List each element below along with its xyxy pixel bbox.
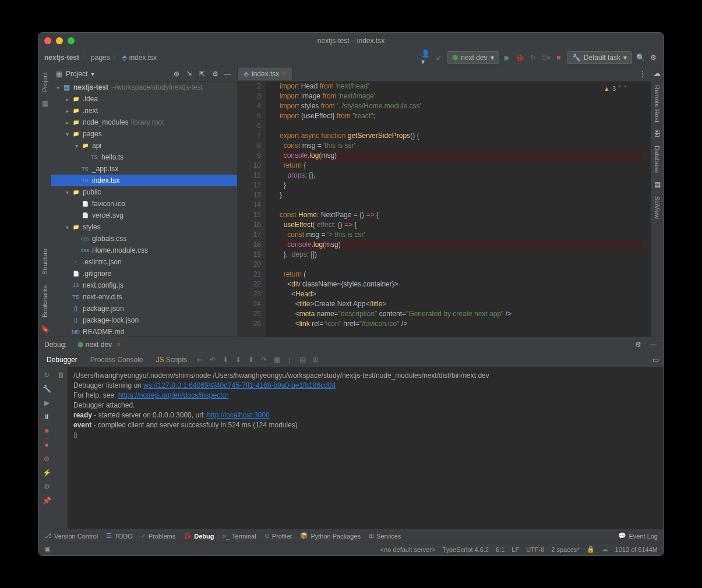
debug-tab[interactable]: Process Console bbox=[86, 354, 148, 366]
tree-item[interactable]: TS_app.tsx bbox=[51, 163, 237, 175]
stop-icon[interactable]: ■ bbox=[44, 427, 48, 435]
settings-icon[interactable]: ⚙ bbox=[648, 53, 658, 62]
structure-tool-tab[interactable]: Structure bbox=[41, 246, 48, 278]
git-status-icon[interactable]: ☁ bbox=[602, 546, 608, 553]
bottom-tool-problems[interactable]: ✓Problems bbox=[141, 532, 175, 540]
profile-icon[interactable]: ⊙▾ bbox=[541, 53, 551, 62]
remote-host-tab[interactable]: Remote Host bbox=[654, 82, 661, 125]
debug-toolbar-icon[interactable]: ↷ bbox=[259, 355, 269, 364]
tree-item[interactable]: 📄favicon.ico bbox=[51, 198, 237, 210]
bottom-tool-todo[interactable]: ☰TODO bbox=[106, 532, 133, 540]
pause-icon[interactable]: ⏸ bbox=[43, 413, 50, 421]
debug-tab[interactable]: Debugger bbox=[42, 354, 82, 366]
chevron-up-icon[interactable]: ˄ bbox=[618, 84, 622, 94]
tree-item[interactable]: {}package.json bbox=[51, 303, 237, 314]
debug-toolbar-icon[interactable]: ⇤ bbox=[195, 355, 204, 364]
tool-window-icon[interactable]: ▣ bbox=[44, 546, 50, 553]
search-icon[interactable]: 🔍 bbox=[636, 53, 645, 62]
mute-bp-icon[interactable]: ⊘ bbox=[44, 455, 50, 463]
gear-icon[interactable]: ⚙ bbox=[633, 340, 643, 349]
debug-icon[interactable]: 🐞 bbox=[516, 53, 525, 62]
settings-icon[interactable]: ⚙ bbox=[44, 483, 50, 491]
pin-icon[interactable]: 📌 bbox=[43, 497, 51, 505]
debug-toolbar-icon[interactable]: | bbox=[285, 355, 294, 364]
breadcrumb[interactable]: nextjs-test〉 pages〉 ⬘index.tsx bbox=[44, 52, 157, 62]
tree-item[interactable]: JSnext.config.js bbox=[51, 279, 237, 291]
bookmarks-tool-tab[interactable]: Bookmarks bbox=[41, 282, 48, 320]
remote-host-icon[interactable]: ☁ bbox=[654, 69, 661, 77]
bookmark-icon[interactable]: 🔖 bbox=[41, 325, 50, 333]
user-icon[interactable]: 👤▾ bbox=[421, 53, 431, 62]
database-tab[interactable]: Database bbox=[654, 143, 661, 176]
project-tool-tab[interactable]: Project bbox=[41, 69, 48, 95]
run-icon[interactable]: ▶ bbox=[503, 53, 512, 62]
lock-icon[interactable]: 🔒 bbox=[587, 546, 595, 553]
rerun-icon[interactable]: ↻ bbox=[44, 371, 50, 379]
close-icon[interactable]: × bbox=[117, 341, 121, 349]
maximize-icon[interactable] bbox=[68, 37, 75, 44]
editor-tab-index[interactable]: ⬘index.tsx× bbox=[238, 68, 292, 80]
tree-item[interactable]: TSnext-env.d.ts bbox=[51, 291, 237, 303]
expand-all-icon[interactable]: ⇲ bbox=[185, 69, 194, 79]
tree-item[interactable]: TShello.ts bbox=[51, 151, 237, 163]
collapse-all-icon[interactable]: ⇱ bbox=[197, 69, 207, 79]
debug-toolbar-icon[interactable]: ▤ bbox=[298, 355, 307, 364]
encoding[interactable]: UTF-8 bbox=[526, 546, 544, 553]
stop-icon[interactable]: ■ bbox=[554, 53, 563, 62]
bottom-tool-terminal[interactable]: >_Terminal bbox=[223, 533, 256, 540]
bottom-tool-services[interactable]: ⊞Services bbox=[369, 532, 401, 540]
tree-item[interactable]: 📄vercel.svg bbox=[51, 210, 237, 221]
tree-item[interactable]: cssglobals.css bbox=[51, 233, 237, 245]
bottom-tool-version-control[interactable]: ⎇Version Control bbox=[44, 532, 98, 540]
debug-toolbar-icon[interactable]: ⬆ bbox=[246, 355, 256, 364]
code-content[interactable]: ▲3 ˄ ˅ import Head from 'next/head'impor… bbox=[266, 82, 644, 336]
debug-toolbar-icon[interactable]: ▦ bbox=[272, 355, 281, 364]
inspection-summary[interactable]: ▲3 ˄ ˅ bbox=[604, 84, 627, 94]
hide-icon[interactable]: — bbox=[648, 340, 658, 349]
tree-item[interactable]: ▸📁.next bbox=[51, 105, 237, 116]
tree-item[interactable]: MDREADME.md bbox=[51, 326, 237, 336]
close-icon[interactable] bbox=[44, 37, 51, 44]
typescript-status[interactable]: TypeScript 4.6.2 bbox=[442, 546, 489, 553]
debug-toolbar-icon[interactable]: ⊞ bbox=[311, 355, 320, 364]
task-selector[interactable]: 🔧Default task▾ bbox=[567, 51, 632, 64]
tree-item[interactable]: cssHome.module.css bbox=[51, 245, 237, 256]
folder-icon[interactable]: ▦ bbox=[42, 100, 48, 108]
select-opened-icon[interactable]: ⊕ bbox=[172, 69, 181, 79]
code-editor[interactable]: 2345678910111213141516171819202122232425… bbox=[238, 82, 651, 336]
tree-item[interactable]: ◦.eslintrc.json bbox=[51, 256, 237, 268]
tree-item[interactable]: TSindex.tsx bbox=[51, 175, 237, 186]
tree-item[interactable]: ▸📁node_moduleslibrary root bbox=[51, 116, 237, 128]
tree-item[interactable]: {}package-lock.json bbox=[51, 314, 237, 326]
bottom-tool-profiler[interactable]: ⊙Profiler bbox=[264, 532, 292, 540]
debug-config-tab[interactable]: ⬢next dev× bbox=[73, 339, 125, 350]
debug-toolbar-icon[interactable]: ⬇ bbox=[234, 355, 243, 364]
coverage-icon[interactable]: ↻ bbox=[528, 53, 538, 62]
tree-item[interactable]: ▾📁api bbox=[51, 140, 237, 151]
modify-icon[interactable]: 🔧 bbox=[43, 385, 51, 393]
tree-item[interactable]: 📄.gitignore bbox=[51, 268, 237, 279]
layout-icon[interactable]: ▭ bbox=[651, 355, 660, 364]
delete-icon[interactable]: 🗑 bbox=[58, 371, 65, 379]
debug-toolbar-icon[interactable]: ⬇ bbox=[221, 355, 230, 364]
more-icon[interactable]: ⋮ bbox=[638, 69, 647, 79]
bottom-tool-python-packages[interactable]: 📦Python Packages bbox=[300, 532, 361, 540]
sciview-icon[interactable]: ▤ bbox=[654, 180, 661, 189]
resume-icon[interactable]: ▶ bbox=[44, 399, 50, 407]
debug-console[interactable]: /Users/hwanghyeongyu/.nodenv/shims/node … bbox=[68, 367, 664, 529]
indent-status[interactable]: 2 spaces* bbox=[551, 546, 579, 553]
minimize-icon[interactable] bbox=[56, 37, 63, 44]
close-icon[interactable]: × bbox=[282, 70, 286, 78]
error-stripe[interactable] bbox=[644, 82, 651, 336]
gutter[interactable]: 2345678910111213141516171819202122232425… bbox=[238, 82, 266, 336]
thread-icon[interactable]: ⚡ bbox=[43, 469, 51, 477]
run-config-selector[interactable]: ⬢next dev▾ bbox=[447, 51, 499, 64]
hide-icon[interactable]: — bbox=[223, 69, 232, 79]
database-icon[interactable]: 🗄 bbox=[654, 130, 661, 138]
sciview-tab[interactable]: SciView bbox=[654, 193, 661, 222]
back-icon[interactable]: ↙ bbox=[434, 53, 443, 62]
caret-position[interactable]: 6:1 bbox=[496, 546, 505, 553]
event-log[interactable]: 💬Event Log bbox=[618, 532, 658, 540]
no-server-status[interactable]: <no default server> bbox=[380, 546, 436, 553]
bottom-tool-debug[interactable]: 🐞Debug bbox=[184, 532, 214, 540]
